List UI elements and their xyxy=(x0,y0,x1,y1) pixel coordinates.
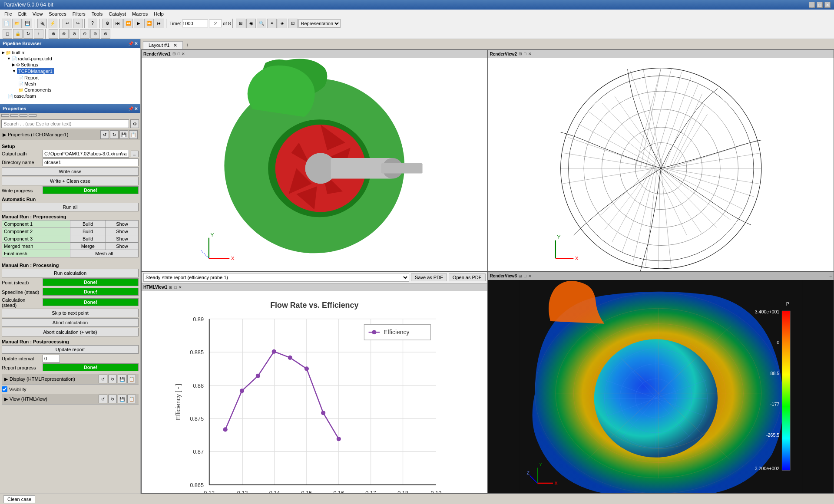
abort-calc-button[interactable]: Abort calculation xyxy=(2,318,139,327)
comp1-show-button[interactable]: Show xyxy=(106,221,139,228)
skip-next-button[interactable]: Skip to next point xyxy=(2,309,139,317)
directory-name-input[interactable] xyxy=(43,158,139,166)
menu-sources[interactable]: Sources xyxy=(46,10,69,17)
html1-close[interactable]: ✕ xyxy=(179,285,182,290)
connect-button[interactable]: 🔌 xyxy=(37,19,47,28)
apply-button[interactable] xyxy=(1,114,9,117)
html1-icon2[interactable]: □ xyxy=(174,285,176,290)
open-pdf-button[interactable]: Open as PDF xyxy=(449,273,486,281)
write-clean-case-button[interactable]: Write + Clean case xyxy=(2,177,139,185)
view-collapse-icon[interactable]: ▶ xyxy=(4,396,8,402)
props-collapse-icon[interactable]: ▶ xyxy=(3,132,6,138)
tb2-10[interactable]: ⊛ xyxy=(101,29,110,39)
menu-macros[interactable]: Macros xyxy=(129,10,150,17)
play-button[interactable]: ▶ xyxy=(134,19,143,28)
tree-item-mesh[interactable]: 📄 Mesh xyxy=(17,81,139,87)
tree-item-tcfdmanager[interactable]: ▼ TCFDManager1 xyxy=(12,68,139,75)
visibility-checkbox[interactable] xyxy=(2,386,7,392)
viewport-render2[interactable]: RenderView2 ⊞ □ ✕ ··· xyxy=(488,49,834,272)
display-icon2[interactable]: ↻ xyxy=(108,375,117,383)
props-icon4[interactable]: 📋 xyxy=(129,130,138,139)
tree-item-radial-pump[interactable]: ▼ 📄 radial-pump.tcfd xyxy=(7,56,139,62)
view-icon1[interactable]: ↺ xyxy=(99,395,107,403)
play-begin[interactable]: ⏮ xyxy=(113,19,122,28)
output-path-browse-button[interactable]: ... xyxy=(131,151,139,157)
help-button[interactable]: ? xyxy=(88,19,97,28)
output-path-input[interactable] xyxy=(43,150,129,158)
play-next[interactable]: ⏩ xyxy=(144,19,154,28)
tb2-6[interactable]: ⊗ xyxy=(59,29,69,39)
menu-tools[interactable]: Tools xyxy=(89,10,106,17)
save-button[interactable]: 💾 xyxy=(23,19,32,28)
comp2-show-button[interactable]: Show xyxy=(106,228,139,235)
props-icon2[interactable]: ↻ xyxy=(110,130,119,139)
tb2-1[interactable]: ◻ xyxy=(3,29,12,39)
play-end[interactable]: ⏭ xyxy=(155,19,164,28)
pipeline-header-icons[interactable]: 📌 ✕ xyxy=(128,41,138,46)
final-meshall-button[interactable]: Mesh all xyxy=(70,250,138,257)
search-input[interactable] xyxy=(1,119,129,128)
render2-more[interactable]: ··· xyxy=(828,52,832,56)
run-calculation-button[interactable]: Run calculation xyxy=(2,269,139,277)
render2-close[interactable]: ✕ xyxy=(528,52,532,56)
write-case-button[interactable]: Write case xyxy=(2,167,139,176)
display-icon4[interactable]: 📋 xyxy=(127,375,136,383)
merged-merge-button[interactable]: Merge xyxy=(70,243,106,250)
menu-help[interactable]: Help xyxy=(151,10,166,17)
viewport-render3[interactable]: RenderView3 ⊞ □ ✕ ··· xyxy=(488,272,834,494)
comp2-build-button[interactable]: Build xyxy=(70,228,106,235)
tab-add-button[interactable]: + xyxy=(183,41,191,49)
tab-layout1-close[interactable]: ✕ xyxy=(173,43,177,48)
render3-icon2[interactable]: □ xyxy=(524,274,526,278)
render1-more[interactable]: ··· xyxy=(482,52,486,56)
tb-extra-5[interactable]: ◈ xyxy=(278,19,287,28)
view-icon3[interactable]: 💾 xyxy=(118,395,126,403)
comp1-build-button[interactable]: Build xyxy=(70,221,106,228)
menu-view[interactable]: View xyxy=(30,10,46,17)
viewport-render1[interactable]: RenderView1 ⊞ □ ✕ ··· xyxy=(141,49,488,272)
menu-filters[interactable]: Filters xyxy=(70,10,88,17)
tb-extra-6[interactable]: ⊡ xyxy=(288,19,298,28)
viewport-html1[interactable]: Steady-state report (efficiency probe 1)… xyxy=(141,272,488,494)
render3-close[interactable]: ✕ xyxy=(528,274,532,278)
redo-button[interactable]: ↪ xyxy=(73,19,83,28)
title-bar-controls[interactable]: _ □ ✕ xyxy=(809,2,831,8)
properties-pin-icon[interactable]: 📌 xyxy=(128,106,133,111)
new-button[interactable]: 📄 xyxy=(2,19,11,28)
comp3-show-button[interactable]: Show xyxy=(106,235,139,243)
tb-extra-3[interactable]: 🔍 xyxy=(257,19,266,28)
tb2-8[interactable]: ⊙ xyxy=(80,29,89,39)
update-interval-input[interactable] xyxy=(43,355,60,362)
pipeline-close-icon[interactable]: ✕ xyxy=(134,41,138,46)
chart-dropdown[interactable]: Steady-state report (efficiency probe 1) xyxy=(143,273,409,282)
update-report-button[interactable]: Update report xyxy=(2,345,139,354)
properties-header-icons[interactable]: 📌 ✕ xyxy=(128,106,138,111)
display-icon1[interactable]: ↺ xyxy=(99,375,107,383)
render1-icon1[interactable]: ⊞ xyxy=(172,52,176,56)
render1-icon3[interactable]: ✕ xyxy=(182,52,185,56)
menu-file[interactable]: File xyxy=(2,10,15,17)
tb2-4[interactable]: ↑ xyxy=(34,29,43,39)
view-icon4[interactable]: 📋 xyxy=(127,395,136,403)
abort-write-button[interactable]: Abort calculation (+ write) xyxy=(2,328,139,336)
reset-button[interactable] xyxy=(10,114,18,117)
frame-input[interactable] xyxy=(209,20,222,27)
representation-dropdown[interactable]: Representation xyxy=(298,19,341,28)
render1-icon2[interactable]: □ xyxy=(178,52,180,56)
delete-button[interactable] xyxy=(20,114,27,117)
tb-extra-4[interactable]: ✦ xyxy=(267,19,277,28)
play-prev[interactable]: ⏪ xyxy=(123,19,133,28)
comp3-build-button[interactable]: Build xyxy=(70,235,106,243)
display-collapse-icon[interactable]: ▶ xyxy=(4,376,8,382)
tb2-9[interactable]: ⊚ xyxy=(90,29,100,39)
settings-button[interactable]: ⚙ xyxy=(103,19,112,28)
menu-edit[interactable]: Edit xyxy=(16,10,29,17)
disconnect-button[interactable]: ⚡ xyxy=(48,19,57,28)
tree-item-settings[interactable]: ▶ ⚙ Settings xyxy=(12,62,139,68)
close-button[interactable]: ✕ xyxy=(824,2,831,8)
tree-item-components[interactable]: 📁 Components xyxy=(17,87,139,93)
undo-button[interactable]: ↩ xyxy=(63,19,72,28)
render3-more[interactable]: ··· xyxy=(828,274,832,278)
props-icon3[interactable]: 💾 xyxy=(119,130,128,139)
tb2-7[interactable]: ⊘ xyxy=(70,29,79,39)
